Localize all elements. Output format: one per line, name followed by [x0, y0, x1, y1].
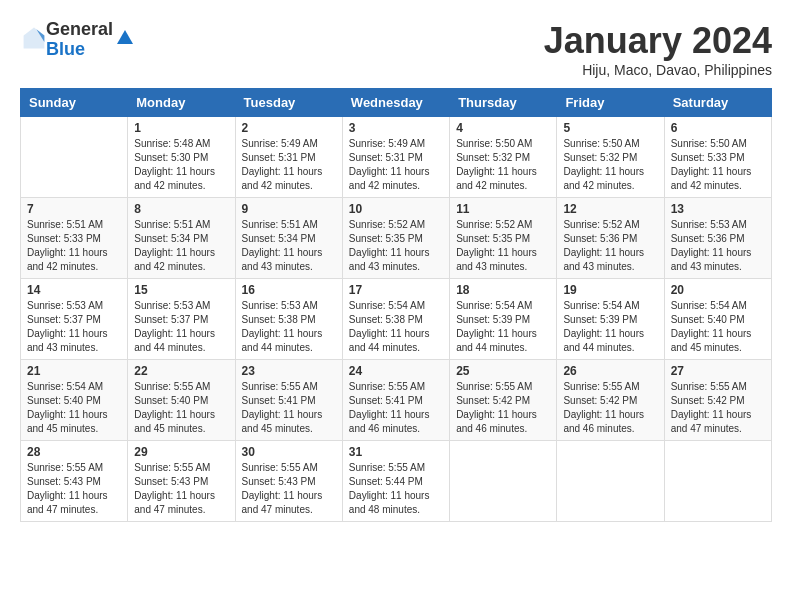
calendar-table: SundayMondayTuesdayWednesdayThursdayFrid… [20, 88, 772, 522]
week-row-4: 28 Sunrise: 5:55 AMSunset: 5:43 PMDaylig… [21, 441, 772, 522]
logo-general-text: General [46, 19, 113, 39]
day-info: Sunrise: 5:50 AMSunset: 5:32 PMDaylight:… [563, 138, 644, 191]
day-number: 21 [27, 364, 121, 378]
day-info: Sunrise: 5:54 AMSunset: 5:40 PMDaylight:… [27, 381, 108, 434]
calendar-cell: 23 Sunrise: 5:55 AMSunset: 5:41 PMDaylig… [235, 360, 342, 441]
day-info: Sunrise: 5:54 AMSunset: 5:39 PMDaylight:… [563, 300, 644, 353]
calendar-cell: 27 Sunrise: 5:55 AMSunset: 5:42 PMDaylig… [664, 360, 771, 441]
calendar-cell [450, 441, 557, 522]
calendar-cell: 26 Sunrise: 5:55 AMSunset: 5:42 PMDaylig… [557, 360, 664, 441]
day-info: Sunrise: 5:50 AMSunset: 5:33 PMDaylight:… [671, 138, 752, 191]
day-info: Sunrise: 5:52 AMSunset: 5:35 PMDaylight:… [349, 219, 430, 272]
day-number: 20 [671, 283, 765, 297]
day-info: Sunrise: 5:55 AMSunset: 5:42 PMDaylight:… [563, 381, 644, 434]
calendar-cell: 13 Sunrise: 5:53 AMSunset: 5:36 PMDaylig… [664, 198, 771, 279]
day-info: Sunrise: 5:55 AMSunset: 5:43 PMDaylight:… [242, 462, 323, 515]
day-info: Sunrise: 5:55 AMSunset: 5:41 PMDaylight:… [242, 381, 323, 434]
calendar-cell: 3 Sunrise: 5:49 AMSunset: 5:31 PMDayligh… [342, 117, 449, 198]
day-number: 30 [242, 445, 336, 459]
week-row-3: 21 Sunrise: 5:54 AMSunset: 5:40 PMDaylig… [21, 360, 772, 441]
header-saturday: Saturday [664, 89, 771, 117]
day-number: 5 [563, 121, 657, 135]
day-number: 2 [242, 121, 336, 135]
calendar-cell: 30 Sunrise: 5:55 AMSunset: 5:43 PMDaylig… [235, 441, 342, 522]
day-number: 4 [456, 121, 550, 135]
calendar-cell: 1 Sunrise: 5:48 AMSunset: 5:30 PMDayligh… [128, 117, 235, 198]
day-number: 24 [349, 364, 443, 378]
calendar-cell: 31 Sunrise: 5:55 AMSunset: 5:44 PMDaylig… [342, 441, 449, 522]
calendar-cell: 22 Sunrise: 5:55 AMSunset: 5:40 PMDaylig… [128, 360, 235, 441]
calendar-cell: 8 Sunrise: 5:51 AMSunset: 5:34 PMDayligh… [128, 198, 235, 279]
day-number: 15 [134, 283, 228, 297]
day-number: 27 [671, 364, 765, 378]
day-number: 6 [671, 121, 765, 135]
calendar-cell: 11 Sunrise: 5:52 AMSunset: 5:35 PMDaylig… [450, 198, 557, 279]
day-number: 3 [349, 121, 443, 135]
day-info: Sunrise: 5:53 AMSunset: 5:36 PMDaylight:… [671, 219, 752, 272]
logo: General Blue [20, 20, 135, 60]
calendar-title: January 2024 [544, 20, 772, 62]
day-info: Sunrise: 5:54 AMSunset: 5:39 PMDaylight:… [456, 300, 537, 353]
page-header: General Blue January 2024 Hiju, Maco, Da… [20, 20, 772, 78]
calendar-cell [21, 117, 128, 198]
calendar-cell: 19 Sunrise: 5:54 AMSunset: 5:39 PMDaylig… [557, 279, 664, 360]
calendar-cell: 4 Sunrise: 5:50 AMSunset: 5:32 PMDayligh… [450, 117, 557, 198]
day-number: 28 [27, 445, 121, 459]
day-number: 13 [671, 202, 765, 216]
day-number: 1 [134, 121, 228, 135]
calendar-cell: 18 Sunrise: 5:54 AMSunset: 5:39 PMDaylig… [450, 279, 557, 360]
calendar-cell: 2 Sunrise: 5:49 AMSunset: 5:31 PMDayligh… [235, 117, 342, 198]
calendar-cell: 15 Sunrise: 5:53 AMSunset: 5:37 PMDaylig… [128, 279, 235, 360]
day-info: Sunrise: 5:52 AMSunset: 5:36 PMDaylight:… [563, 219, 644, 272]
day-info: Sunrise: 5:49 AMSunset: 5:31 PMDaylight:… [349, 138, 430, 191]
day-info: Sunrise: 5:51 AMSunset: 5:34 PMDaylight:… [242, 219, 323, 272]
day-number: 9 [242, 202, 336, 216]
calendar-cell: 28 Sunrise: 5:55 AMSunset: 5:43 PMDaylig… [21, 441, 128, 522]
day-info: Sunrise: 5:55 AMSunset: 5:42 PMDaylight:… [671, 381, 752, 434]
header-tuesday: Tuesday [235, 89, 342, 117]
calendar-cell: 6 Sunrise: 5:50 AMSunset: 5:33 PMDayligh… [664, 117, 771, 198]
calendar-cell: 9 Sunrise: 5:51 AMSunset: 5:34 PMDayligh… [235, 198, 342, 279]
day-info: Sunrise: 5:51 AMSunset: 5:34 PMDaylight:… [134, 219, 215, 272]
day-number: 11 [456, 202, 550, 216]
week-row-2: 14 Sunrise: 5:53 AMSunset: 5:37 PMDaylig… [21, 279, 772, 360]
week-row-1: 7 Sunrise: 5:51 AMSunset: 5:33 PMDayligh… [21, 198, 772, 279]
svg-marker-0 [24, 27, 45, 48]
day-number: 7 [27, 202, 121, 216]
header-wednesday: Wednesday [342, 89, 449, 117]
day-number: 12 [563, 202, 657, 216]
calendar-cell [664, 441, 771, 522]
calendar-cell: 12 Sunrise: 5:52 AMSunset: 5:36 PMDaylig… [557, 198, 664, 279]
day-number: 10 [349, 202, 443, 216]
logo-icon [22, 26, 46, 50]
calendar-cell: 17 Sunrise: 5:54 AMSunset: 5:38 PMDaylig… [342, 279, 449, 360]
day-number: 22 [134, 364, 228, 378]
header-thursday: Thursday [450, 89, 557, 117]
header-sunday: Sunday [21, 89, 128, 117]
day-number: 16 [242, 283, 336, 297]
logo-blue-text: Blue [46, 39, 85, 59]
day-number: 31 [349, 445, 443, 459]
week-row-0: 1 Sunrise: 5:48 AMSunset: 5:30 PMDayligh… [21, 117, 772, 198]
calendar-cell: 10 Sunrise: 5:52 AMSunset: 5:35 PMDaylig… [342, 198, 449, 279]
day-info: Sunrise: 5:50 AMSunset: 5:32 PMDaylight:… [456, 138, 537, 191]
day-info: Sunrise: 5:53 AMSunset: 5:37 PMDaylight:… [27, 300, 108, 353]
calendar-cell: 21 Sunrise: 5:54 AMSunset: 5:40 PMDaylig… [21, 360, 128, 441]
day-number: 18 [456, 283, 550, 297]
title-area: January 2024 Hiju, Maco, Davao, Philippi… [544, 20, 772, 78]
day-number: 23 [242, 364, 336, 378]
day-number: 25 [456, 364, 550, 378]
header-monday: Monday [128, 89, 235, 117]
svg-marker-2 [117, 30, 133, 44]
calendar-cell: 16 Sunrise: 5:53 AMSunset: 5:38 PMDaylig… [235, 279, 342, 360]
day-number: 17 [349, 283, 443, 297]
day-info: Sunrise: 5:53 AMSunset: 5:37 PMDaylight:… [134, 300, 215, 353]
calendar-cell [557, 441, 664, 522]
calendar-cell: 20 Sunrise: 5:54 AMSunset: 5:40 PMDaylig… [664, 279, 771, 360]
day-info: Sunrise: 5:55 AMSunset: 5:44 PMDaylight:… [349, 462, 430, 515]
day-number: 14 [27, 283, 121, 297]
day-info: Sunrise: 5:55 AMSunset: 5:41 PMDaylight:… [349, 381, 430, 434]
calendar-cell: 29 Sunrise: 5:55 AMSunset: 5:43 PMDaylig… [128, 441, 235, 522]
calendar-subtitle: Hiju, Maco, Davao, Philippines [544, 62, 772, 78]
day-number: 19 [563, 283, 657, 297]
